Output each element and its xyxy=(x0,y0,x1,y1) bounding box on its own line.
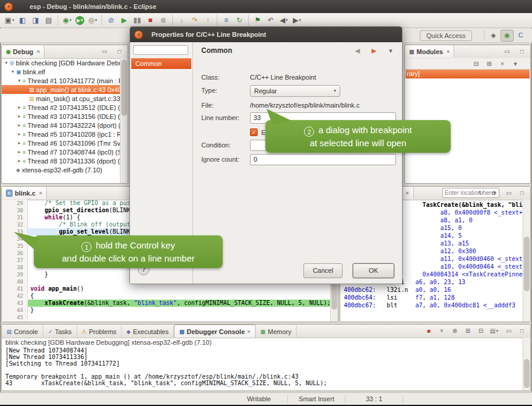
save-icon[interactable]: ◧ xyxy=(17,14,28,26)
expander-icon[interactable]: ▸ xyxy=(17,114,22,119)
ignore-count-field[interactable]: 0 xyxy=(250,154,396,165)
line-number[interactable]: 31 xyxy=(2,214,28,221)
quick-access-button[interactable]: Quick Access xyxy=(420,30,472,41)
debug-icon[interactable]: ◉▾ xyxy=(61,14,73,26)
suspend-icon[interactable]: ▮▮ xyxy=(131,14,143,26)
dialog-titlebar[interactable]: × Properties for C/C++ Line Breakpoint xyxy=(130,27,402,42)
debug-tree-item[interactable]: ▤app_main() at blink.c:43 0x400db xyxy=(2,85,121,94)
sidebar-filter-input[interactable] xyxy=(133,45,188,55)
new-icon[interactable]: ▣▾ xyxy=(4,14,15,26)
close-icon[interactable]: × xyxy=(446,49,449,55)
debug-tree-item[interactable]: ▸≡Thread #8 1073411336 (dport) (Sus xyxy=(2,156,121,165)
debug-tree-item[interactable]: ◆xtensa-esp32-elf-gdb (7.10) xyxy=(2,165,121,174)
window-close-button[interactable]: × xyxy=(4,2,13,11)
cpp-perspective-icon[interactable]: C xyxy=(515,30,527,40)
maximize-icon[interactable]: □ xyxy=(516,47,528,56)
line-number[interactable]: 32 xyxy=(2,221,28,228)
debug-perspective-icon[interactable]: ◉ xyxy=(501,30,514,42)
debug-tree-item[interactable]: ▾≡Thread #1 1073411772 (main : Runn xyxy=(2,76,121,85)
line-number[interactable]: 37 xyxy=(2,257,28,264)
line-number[interactable]: 43 xyxy=(2,300,28,307)
minimize-icon[interactable]: ▭ xyxy=(503,188,515,197)
resume-icon[interactable]: ▶ xyxy=(118,14,130,26)
forward-icon[interactable]: ▶ xyxy=(368,45,380,56)
disassembly-line[interactable]: 400dbc67: blt a7, a0, 0x400dbc81 <__addd… xyxy=(340,301,522,309)
external-tools-icon[interactable]: ◎▾ xyxy=(87,14,99,26)
expander-icon[interactable]: ▾ xyxy=(17,78,22,83)
debug-tree-item[interactable]: ▸≡Thread #2 1073413512 (IDLE) (Susp xyxy=(2,103,121,112)
refresh-icon[interactable]: ↻ xyxy=(475,188,487,197)
console-scrollbar[interactable] xyxy=(522,338,530,391)
tab-console[interactable]: ▤Console xyxy=(2,325,43,338)
tab-blink-c[interactable]: c blink.c × xyxy=(2,187,47,199)
debug-tree-item[interactable]: ▸≡Thread #5 1073410208 (ipc1 : Runni xyxy=(2,130,121,139)
dialog-close-button[interactable]: × xyxy=(134,30,143,39)
expander-icon[interactable]: ▸ xyxy=(17,122,22,128)
expander-icon[interactable]: ▸ xyxy=(17,149,22,155)
code-line[interactable]: 45 xyxy=(2,314,330,321)
minimize-icon[interactable]: ▭ xyxy=(501,47,513,56)
debug-tree-item[interactable]: ▸≡Thread #4 1073432224 (dport) (Sus xyxy=(2,121,121,130)
line-number[interactable]: 30 xyxy=(2,207,28,214)
expander-icon[interactable]: ▸ xyxy=(17,105,22,110)
close-icon[interactable]: × xyxy=(37,49,40,55)
remove-launch-icon[interactable]: × xyxy=(436,326,448,335)
terminate-icon[interactable]: ■ xyxy=(144,14,156,26)
save-all-icon[interactable]: ◨ xyxy=(30,14,42,26)
window-titlebar[interactable]: × esp - Debug - blink/main/blink.c - Ecl… xyxy=(0,0,532,13)
close-icon[interactable]: × xyxy=(406,190,408,196)
expander-icon[interactable]: ▸ xyxy=(17,140,22,146)
maximize-icon[interactable]: □ xyxy=(516,188,528,197)
expander-icon[interactable]: ▸ xyxy=(17,131,22,137)
debug-tree-item[interactable]: ▾▣blink.elf xyxy=(2,67,121,76)
remove-all-launches-icon[interactable]: ⊗ xyxy=(449,326,461,335)
line-number[interactable]: 29 xyxy=(2,200,28,207)
bookmark-icon[interactable]: ⚑ xyxy=(252,14,264,26)
last-edit-location-icon[interactable]: ↶ xyxy=(265,14,277,26)
code-line[interactable]: 41void app_main() xyxy=(2,285,330,292)
debug-tree-item[interactable]: ▸≡Thread #3 1073413156 (IDLE) (Susp xyxy=(2,112,121,121)
line-number[interactable]: 44 xyxy=(2,307,28,314)
terminate-icon[interactable]: ■ xyxy=(423,326,435,335)
ok-button[interactable]: OK xyxy=(353,263,394,278)
disconnect-icon[interactable]: ⊗ xyxy=(157,14,169,26)
line-number[interactable]: 41 xyxy=(2,285,28,292)
code-line[interactable]: 42{ xyxy=(2,292,330,300)
debug-scrollbar[interactable] xyxy=(120,58,128,183)
print-icon[interactable]: ▤ xyxy=(43,14,55,26)
disassembly-scrollbar[interactable] xyxy=(522,200,530,322)
instruction-stepping-icon[interactable]: ≡ xyxy=(220,14,232,26)
view-menu-icon[interactable]: ▾ xyxy=(509,58,521,69)
sync-icon[interactable]: ⊙ xyxy=(488,188,500,197)
line-number[interactable]: 40 xyxy=(2,278,28,285)
tab-memory[interactable]: ▦Memory xyxy=(256,325,297,338)
forward-icon[interactable]: ▶▾ xyxy=(291,14,303,26)
line-number[interactable]: 38 xyxy=(2,264,28,271)
maximize-icon[interactable]: □ xyxy=(516,326,528,335)
scrollbar-thumb[interactable] xyxy=(524,237,530,291)
line-number[interactable]: 42 xyxy=(2,292,28,300)
tab-debug[interactable]: ◉ Debug × xyxy=(2,45,45,58)
skip-all-breakpoints-icon[interactable]: ⊘ xyxy=(105,14,117,26)
debug-tree-item[interactable]: ▸≡Thread #7 1073408744 (ipc0) (Susp xyxy=(2,147,121,156)
tab-executables[interactable]: ◆Executables xyxy=(122,325,174,338)
restart-icon[interactable]: ↻ xyxy=(233,14,245,26)
tab-tasks[interactable]: ✓Tasks xyxy=(43,325,77,338)
tab-problems[interactable]: ⚠Problems xyxy=(77,325,122,338)
scroll-lock-icon[interactable]: ⊟ xyxy=(475,326,487,335)
expander-icon[interactable]: ▾ xyxy=(4,60,9,65)
collapse-all-icon[interactable]: ⊟ xyxy=(470,58,482,69)
disassembly-line[interactable]: 400dbc62: l32i.n a0, a0, 16 xyxy=(340,286,522,294)
expander-icon[interactable]: ▸ xyxy=(17,158,22,163)
back-icon[interactable]: ◀ xyxy=(352,45,363,56)
run-icon[interactable]: ▶▾ xyxy=(75,16,84,25)
code-line[interactable]: 44} xyxy=(2,307,330,314)
open-perspective-icon[interactable]: ◈ xyxy=(487,30,499,41)
step-over-icon[interactable]: ↷ xyxy=(189,14,201,26)
code-line[interactable]: 43 xTaskCreate(&blink_task, "blink_task"… xyxy=(2,300,330,307)
minimize-icon[interactable]: ▭ xyxy=(503,326,515,335)
clear-console-icon[interactable]: ⊞ xyxy=(462,326,474,335)
maximize-icon[interactable]: □ xyxy=(113,47,125,56)
step-into-icon[interactable]: ↓ xyxy=(176,14,188,26)
tab-modules[interactable]: ▤ Modules × xyxy=(405,45,454,58)
